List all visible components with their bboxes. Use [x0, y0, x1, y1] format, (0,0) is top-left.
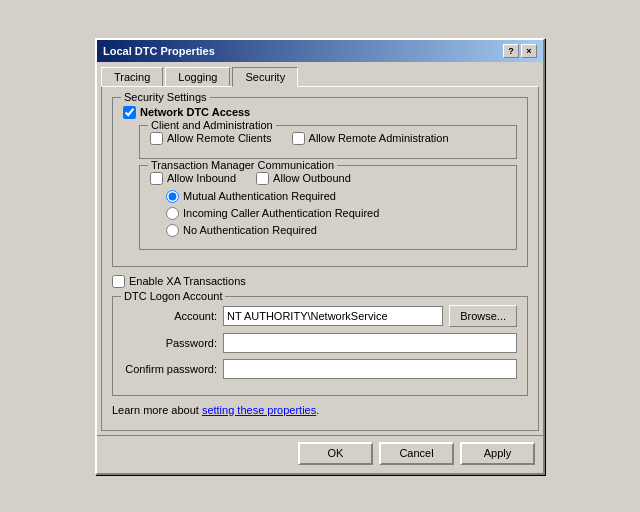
- no-auth-row: No Authentication Required: [166, 224, 506, 237]
- dtc-logon-label: DTC Logon Account: [121, 290, 225, 302]
- main-window: Local DTC Properties ? × Tracing Logging…: [95, 38, 545, 475]
- password-label: Password:: [123, 337, 223, 349]
- confirm-password-row: Confirm password:: [123, 359, 517, 379]
- allow-outbound-row: Allow Outbound: [256, 172, 351, 185]
- apply-button[interactable]: Apply: [460, 442, 535, 465]
- allow-remote-clients-label: Allow Remote Clients: [167, 132, 272, 144]
- learn-more-link[interactable]: setting these properties: [202, 404, 316, 416]
- account-row: Account: Browse...: [123, 305, 517, 327]
- window-title: Local DTC Properties: [103, 45, 215, 57]
- security-settings-label: Security Settings: [121, 91, 210, 103]
- tab-security[interactable]: Security: [232, 67, 298, 87]
- no-auth-label: No Authentication Required: [183, 224, 317, 236]
- transaction-group-label: Transaction Manager Communication: [148, 159, 337, 171]
- title-bar: Local DTC Properties ? ×: [97, 40, 543, 62]
- mutual-auth-radio[interactable]: [166, 190, 179, 203]
- network-dtc-checkbox[interactable]: [123, 106, 136, 119]
- allow-remote-admin-row: Allow Remote Administration: [292, 132, 449, 145]
- learn-more-section: Learn more about setting these propertie…: [112, 404, 528, 416]
- allow-remote-clients-row: Allow Remote Clients: [150, 132, 272, 145]
- network-dtc-row: Network DTC Access: [123, 106, 517, 119]
- password-input[interactable]: [223, 333, 517, 353]
- account-input[interactable]: [223, 306, 443, 326]
- button-row: OK Cancel Apply: [97, 435, 543, 473]
- tab-logging[interactable]: Logging: [165, 67, 230, 87]
- enable-xa-label: Enable XA Transactions: [129, 275, 246, 287]
- title-bar-buttons: ? ×: [503, 44, 537, 58]
- tab-content-security: Security Settings Network DTC Access Cli…: [101, 86, 539, 431]
- incoming-caller-label: Incoming Caller Authentication Required: [183, 207, 379, 219]
- learn-more-text: Learn more about: [112, 404, 202, 416]
- client-admin-label: Client and Administration: [148, 119, 276, 131]
- allow-inbound-label: Allow Inbound: [167, 172, 236, 184]
- client-admin-group: Client and Administration Allow Remote C…: [139, 125, 517, 159]
- tab-tracing[interactable]: Tracing: [101, 67, 163, 87]
- enable-xa-checkbox[interactable]: [112, 275, 125, 288]
- allow-inbound-checkbox[interactable]: [150, 172, 163, 185]
- password-row: Password:: [123, 333, 517, 353]
- browse-button[interactable]: Browse...: [449, 305, 517, 327]
- incoming-caller-radio[interactable]: [166, 207, 179, 220]
- tab-bar: Tracing Logging Security: [97, 62, 543, 86]
- ok-button[interactable]: OK: [298, 442, 373, 465]
- confirm-password-input[interactable]: [223, 359, 517, 379]
- account-label: Account:: [123, 310, 223, 322]
- no-auth-radio[interactable]: [166, 224, 179, 237]
- client-admin-options: Allow Remote Clients Allow Remote Admini…: [150, 132, 506, 150]
- mutual-auth-row: Mutual Authentication Required: [166, 190, 506, 203]
- incoming-caller-row: Incoming Caller Authentication Required: [166, 207, 506, 220]
- enable-xa-row: Enable XA Transactions: [112, 275, 528, 288]
- close-button[interactable]: ×: [521, 44, 537, 58]
- allow-outbound-label: Allow Outbound: [273, 172, 351, 184]
- help-button[interactable]: ?: [503, 44, 519, 58]
- allow-remote-clients-checkbox[interactable]: [150, 132, 163, 145]
- dtc-logon-group: DTC Logon Account Account: Browse... Pas…: [112, 296, 528, 396]
- allow-outbound-checkbox[interactable]: [256, 172, 269, 185]
- allow-inbound-row: Allow Inbound: [150, 172, 236, 185]
- cancel-button[interactable]: Cancel: [379, 442, 454, 465]
- confirm-password-label: Confirm password:: [123, 363, 223, 375]
- mutual-auth-label: Mutual Authentication Required: [183, 190, 336, 202]
- learn-more-end: .: [316, 404, 319, 416]
- allow-remote-admin-label: Allow Remote Administration: [309, 132, 449, 144]
- transaction-group: Transaction Manager Communication Allow …: [139, 165, 517, 250]
- network-dtc-label: Network DTC Access: [140, 106, 250, 118]
- security-settings-group: Security Settings Network DTC Access Cli…: [112, 97, 528, 267]
- allow-remote-admin-checkbox[interactable]: [292, 132, 305, 145]
- inbound-outbound-row: Allow Inbound Allow Outbound: [150, 172, 506, 190]
